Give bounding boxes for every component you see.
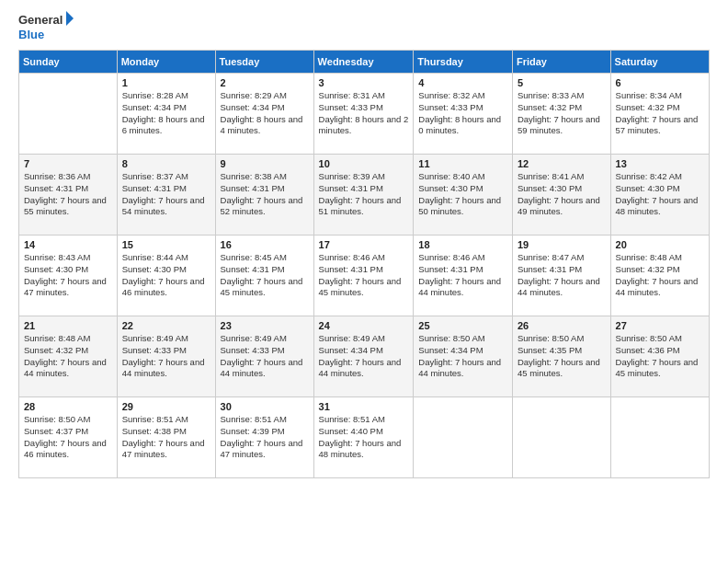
cell-date: 3 (319, 77, 409, 88)
cell-date: 29 (122, 401, 210, 412)
cell-info: Sunrise: 8:50 AMSunset: 4:37 PMDaylight:… (24, 414, 112, 461)
calendar-cell: 26Sunrise: 8:50 AMSunset: 4:35 PMDayligh… (512, 316, 610, 397)
cell-info: Sunrise: 8:51 AMSunset: 4:38 PMDaylight:… (122, 414, 210, 461)
cell-info: Sunrise: 8:50 AMSunset: 4:35 PMDaylight:… (518, 333, 606, 380)
calendar-cell: 23Sunrise: 8:49 AMSunset: 4:33 PMDayligh… (215, 316, 313, 397)
col-header-tuesday: Tuesday (215, 51, 313, 74)
cell-date: 14 (24, 239, 112, 250)
calendar-cell (512, 397, 610, 478)
calendar-cell: 15Sunrise: 8:44 AMSunset: 4:30 PMDayligh… (117, 236, 215, 316)
calendar-cell (414, 397, 513, 478)
cell-info: Sunrise: 8:46 AMSunset: 4:31 PMDaylight:… (319, 252, 409, 299)
calendar-cell: 29Sunrise: 8:51 AMSunset: 4:38 PMDayligh… (117, 397, 215, 478)
cell-date: 23 (221, 320, 309, 331)
calendar-cell: 4Sunrise: 8:32 AMSunset: 4:33 PMDaylight… (414, 74, 513, 155)
calendar-cell: 5Sunrise: 8:33 AMSunset: 4:32 PMDaylight… (512, 74, 610, 155)
calendar-cell: 22Sunrise: 8:49 AMSunset: 4:33 PMDayligh… (117, 316, 215, 397)
cell-date: 17 (319, 239, 409, 250)
calendar-cell: 28Sunrise: 8:50 AMSunset: 4:37 PMDayligh… (19, 397, 118, 478)
cell-date: 31 (319, 401, 409, 412)
calendar-cell: 18Sunrise: 8:46 AMSunset: 4:31 PMDayligh… (414, 236, 513, 316)
cell-info: Sunrise: 8:46 AMSunset: 4:31 PMDaylight:… (418, 252, 507, 299)
svg-text:Blue: Blue (18, 28, 44, 41)
cell-info: Sunrise: 8:39 AMSunset: 4:31 PMDaylight:… (319, 171, 409, 218)
calendar-cell (610, 397, 709, 478)
cell-info: Sunrise: 8:28 AMSunset: 4:34 PMDaylight:… (122, 90, 210, 137)
calendar-cell: 16Sunrise: 8:45 AMSunset: 4:31 PMDayligh… (215, 236, 313, 316)
cell-info: Sunrise: 8:38 AMSunset: 4:31 PMDaylight:… (221, 171, 309, 218)
calendar-cell: 8Sunrise: 8:37 AMSunset: 4:31 PMDaylight… (117, 155, 215, 236)
svg-text:General: General (18, 13, 63, 27)
col-header-friday: Friday (512, 51, 610, 74)
cell-info: Sunrise: 8:50 AMSunset: 4:34 PMDaylight:… (418, 333, 507, 380)
cell-date: 8 (122, 158, 210, 169)
logo-svg: General Blue (18, 9, 74, 44)
calendar-cell: 25Sunrise: 8:50 AMSunset: 4:34 PMDayligh… (414, 316, 513, 397)
calendar-cell: 12Sunrise: 8:41 AMSunset: 4:30 PMDayligh… (512, 155, 610, 236)
calendar-cell: 27Sunrise: 8:50 AMSunset: 4:36 PMDayligh… (610, 316, 709, 397)
header-row: SundayMondayTuesdayWednesdayThursdayFrid… (19, 51, 710, 74)
calendar-cell: 21Sunrise: 8:48 AMSunset: 4:32 PMDayligh… (19, 316, 118, 397)
cell-date: 10 (319, 158, 409, 169)
cell-info: Sunrise: 8:48 AMSunset: 4:32 PMDaylight:… (24, 333, 112, 380)
cell-date: 16 (221, 239, 309, 250)
cell-date: 9 (221, 158, 309, 169)
cell-date: 20 (616, 239, 704, 250)
cell-info: Sunrise: 8:43 AMSunset: 4:30 PMDaylight:… (24, 252, 112, 299)
cell-date: 15 (122, 239, 210, 250)
cell-info: Sunrise: 8:49 AMSunset: 4:33 PMDaylight:… (221, 333, 309, 380)
calendar-cell: 19Sunrise: 8:47 AMSunset: 4:31 PMDayligh… (512, 236, 610, 316)
col-header-saturday: Saturday (610, 51, 709, 74)
calendar-cell (19, 74, 118, 155)
cell-info: Sunrise: 8:31 AMSunset: 4:33 PMDaylight:… (319, 90, 409, 137)
cell-info: Sunrise: 8:49 AMSunset: 4:34 PMDaylight:… (319, 333, 409, 380)
calendar-cell: 1Sunrise: 8:28 AMSunset: 4:34 PMDaylight… (117, 74, 215, 155)
calendar-table: SundayMondayTuesdayWednesdayThursdayFrid… (18, 50, 710, 478)
cell-info: Sunrise: 8:51 AMSunset: 4:39 PMDaylight:… (221, 414, 309, 461)
calendar-cell: 30Sunrise: 8:51 AMSunset: 4:39 PMDayligh… (215, 397, 313, 478)
week-row-4: 21Sunrise: 8:48 AMSunset: 4:32 PMDayligh… (19, 316, 710, 397)
cell-date: 30 (221, 401, 309, 412)
cell-date: 11 (418, 158, 507, 169)
cell-date: 21 (24, 320, 112, 331)
cell-info: Sunrise: 8:51 AMSunset: 4:40 PMDaylight:… (319, 414, 409, 461)
cell-date: 19 (518, 239, 606, 250)
calendar-cell: 14Sunrise: 8:43 AMSunset: 4:30 PMDayligh… (19, 236, 118, 316)
col-header-monday: Monday (117, 51, 215, 74)
calendar-cell: 7Sunrise: 8:36 AMSunset: 4:31 PMDaylight… (19, 155, 118, 236)
cell-date: 2 (221, 77, 309, 88)
cell-info: Sunrise: 8:41 AMSunset: 4:30 PMDaylight:… (518, 171, 606, 218)
svg-marker-2 (66, 11, 74, 26)
calendar-cell: 31Sunrise: 8:51 AMSunset: 4:40 PMDayligh… (313, 397, 414, 478)
week-row-1: 1Sunrise: 8:28 AMSunset: 4:34 PMDaylight… (19, 74, 710, 155)
cell-date: 1 (122, 77, 210, 88)
cell-date: 5 (518, 77, 606, 88)
cell-date: 4 (418, 77, 507, 88)
calendar-cell: 20Sunrise: 8:48 AMSunset: 4:32 PMDayligh… (610, 236, 709, 316)
header: General Blue (18, 9, 710, 44)
cell-info: Sunrise: 8:45 AMSunset: 4:31 PMDaylight:… (221, 252, 309, 299)
calendar-cell: 3Sunrise: 8:31 AMSunset: 4:33 PMDaylight… (313, 74, 414, 155)
week-row-3: 14Sunrise: 8:43 AMSunset: 4:30 PMDayligh… (19, 236, 710, 316)
cell-date: 22 (122, 320, 210, 331)
calendar-cell: 11Sunrise: 8:40 AMSunset: 4:30 PMDayligh… (414, 155, 513, 236)
cell-info: Sunrise: 8:29 AMSunset: 4:34 PMDaylight:… (221, 90, 309, 137)
cell-info: Sunrise: 8:42 AMSunset: 4:30 PMDaylight:… (616, 171, 704, 218)
cell-info: Sunrise: 8:49 AMSunset: 4:33 PMDaylight:… (122, 333, 210, 380)
col-header-sunday: Sunday (19, 51, 118, 74)
col-header-wednesday: Wednesday (313, 51, 414, 74)
calendar-cell: 6Sunrise: 8:34 AMSunset: 4:32 PMDaylight… (610, 74, 709, 155)
cell-info: Sunrise: 8:32 AMSunset: 4:33 PMDaylight:… (418, 90, 507, 137)
cell-info: Sunrise: 8:44 AMSunset: 4:30 PMDaylight:… (122, 252, 210, 299)
cell-date: 24 (319, 320, 409, 331)
cell-date: 28 (24, 401, 112, 412)
cell-info: Sunrise: 8:40 AMSunset: 4:30 PMDaylight:… (418, 171, 507, 218)
week-row-5: 28Sunrise: 8:50 AMSunset: 4:37 PMDayligh… (19, 397, 710, 478)
cell-date: 7 (24, 158, 112, 169)
cell-info: Sunrise: 8:50 AMSunset: 4:36 PMDaylight:… (616, 333, 704, 380)
col-header-thursday: Thursday (414, 51, 513, 74)
cell-date: 27 (616, 320, 704, 331)
cell-info: Sunrise: 8:33 AMSunset: 4:32 PMDaylight:… (518, 90, 606, 137)
calendar-cell: 9Sunrise: 8:38 AMSunset: 4:31 PMDaylight… (215, 155, 313, 236)
cell-date: 6 (616, 77, 704, 88)
